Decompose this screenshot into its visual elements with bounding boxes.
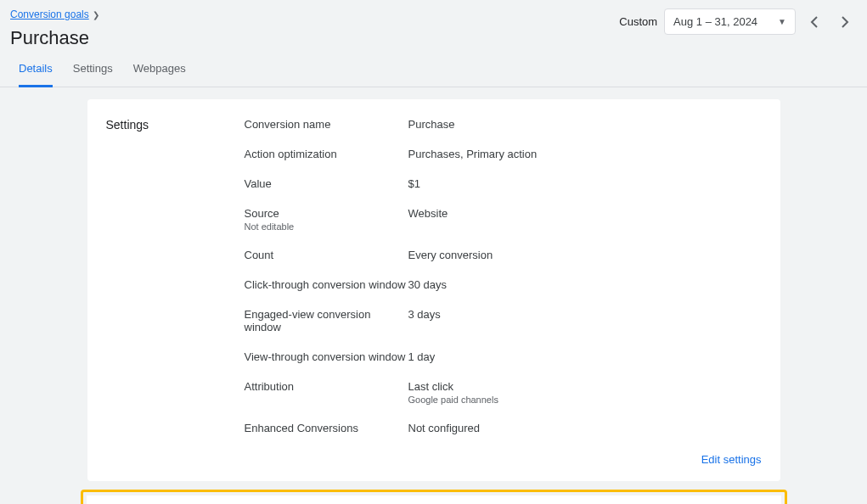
label-value: Value <box>245 177 408 190</box>
row-source: Source Not editable Website <box>245 207 762 232</box>
row-attribution: Attribution Last click Google paid chann… <box>245 380 762 405</box>
value-conversion-name: Purchase <box>408 118 455 131</box>
next-period-button[interactable] <box>833 10 857 34</box>
label-view-through: View-through conversion window <box>245 350 408 363</box>
tabs: Details Settings Webpages <box>0 49 867 87</box>
label-engaged-view: Engaged-view conversion window <box>245 308 408 333</box>
settings-card: Settings Conversion name Purchase Action… <box>87 99 780 481</box>
date-mode-label: Custom <box>619 15 657 28</box>
value-click-through: 30 days <box>408 278 448 291</box>
dropdown-icon: ▼ <box>778 17 786 26</box>
date-controls: Custom Aug 1 – 31, 2024 ▼ <box>619 8 857 35</box>
label-action-optimization: Action optimization <box>245 148 408 160</box>
row-value: Value $1 <box>245 177 762 190</box>
label-count: Count <box>245 249 408 261</box>
row-view-through: View-through conversion window 1 day <box>245 350 762 363</box>
tag-setup-highlight: Tag setup Tag for Purchase <box>81 490 787 504</box>
label-source-sub: Not editable <box>245 221 408 232</box>
tab-settings[interactable]: Settings <box>73 62 113 87</box>
tab-webpages[interactable]: Webpages <box>133 62 186 87</box>
row-action-optimization: Action optimization Purchases, Primary a… <box>245 148 762 160</box>
row-count: Count Every conversion <box>245 249 762 261</box>
chevron-left-icon <box>810 16 819 28</box>
value-engaged-view: 3 days <box>408 308 441 333</box>
label-source: Source Not editable <box>245 207 408 232</box>
value-source: Website <box>408 207 448 232</box>
row-enhanced-conversions: Enhanced Conversions Not configured <box>245 422 762 434</box>
breadcrumb: Conversion goals ❯ <box>10 8 99 20</box>
edit-settings-button[interactable]: Edit settings <box>701 453 762 466</box>
date-range-picker[interactable]: Aug 1 – 31, 2024 ▼ <box>664 8 796 35</box>
value-action-optimization: Purchases, Primary action <box>408 148 538 160</box>
tab-details[interactable]: Details <box>19 62 53 87</box>
label-conversion-name: Conversion name <box>245 118 408 131</box>
chevron-right-icon <box>841 16 849 28</box>
value-value: $1 <box>408 177 420 190</box>
date-range-text: Aug 1 – 31, 2024 <box>673 15 757 28</box>
row-click-through: Click-through conversion window 30 days <box>245 278 762 291</box>
value-attribution-sub: Google paid channels <box>408 395 498 405</box>
page-title: Purchase <box>10 27 99 49</box>
row-engaged-view: Engaged-view conversion window 3 days <box>245 308 762 333</box>
label-click-through: Click-through conversion window <box>245 278 408 291</box>
prev-period-button[interactable] <box>802 10 826 34</box>
row-conversion-name: Conversion name Purchase <box>245 118 762 131</box>
breadcrumb-link-conversion-goals[interactable]: Conversion goals <box>10 8 89 20</box>
value-enhanced-conversions: Not configured <box>408 422 481 434</box>
chevron-right-icon: ❯ <box>93 10 99 20</box>
value-attribution: Last click Google paid channels <box>408 380 498 405</box>
label-enhanced-conversions: Enhanced Conversions <box>245 422 408 434</box>
tag-setup-expander[interactable]: Tag setup Tag for Purchase <box>87 496 781 504</box>
section-title-settings: Settings <box>106 118 245 434</box>
value-view-through: 1 day <box>408 350 436 363</box>
value-count: Every conversion <box>408 249 493 261</box>
label-attribution: Attribution <box>245 380 408 405</box>
